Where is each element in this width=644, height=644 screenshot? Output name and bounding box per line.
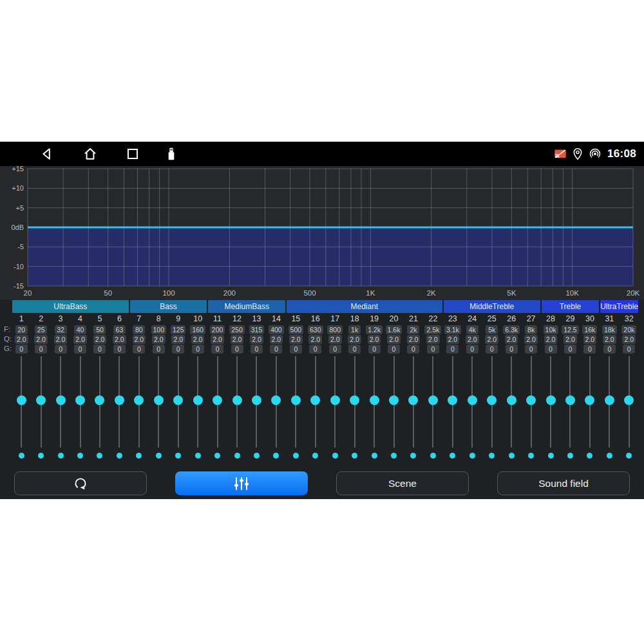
slider-handle[interactable] bbox=[193, 395, 203, 405]
band-5-frequency: 50 bbox=[93, 325, 106, 334]
slider-handle[interactable] bbox=[370, 395, 379, 405]
band-14-slider[interactable] bbox=[267, 356, 286, 448]
hotspot-icon bbox=[588, 147, 602, 161]
slider-handle[interactable] bbox=[565, 395, 575, 405]
band-30-slider[interactable] bbox=[580, 356, 600, 448]
slider-handle[interactable] bbox=[271, 395, 281, 405]
band-26-gain: 0 bbox=[506, 345, 518, 354]
band-7-slider[interactable] bbox=[129, 356, 149, 448]
band-18-slider[interactable] bbox=[345, 356, 364, 448]
slider-handle[interactable] bbox=[624, 395, 634, 405]
band-6-gain: 0 bbox=[113, 345, 126, 354]
reset-button[interactable] bbox=[14, 471, 147, 495]
band-9-dot bbox=[175, 453, 181, 459]
slider-handle[interactable] bbox=[75, 395, 85, 405]
slider-handle[interactable] bbox=[154, 395, 164, 405]
band-8-slider[interactable] bbox=[149, 356, 168, 448]
sound-field-button[interactable]: Sound field bbox=[497, 471, 630, 495]
eq-response-fill bbox=[28, 227, 633, 286]
band-22-slider[interactable] bbox=[423, 356, 442, 448]
band-16-slider[interactable] bbox=[306, 356, 325, 448]
band-number-29: 29 bbox=[560, 313, 580, 325]
recents-icon[interactable] bbox=[124, 146, 141, 162]
slider-handle[interactable] bbox=[232, 395, 242, 405]
band-20-q-factor: 2.0 bbox=[387, 335, 401, 344]
slider-handle[interactable] bbox=[213, 395, 222, 405]
x-tick-500: 500 bbox=[303, 289, 316, 297]
band-32-q-factor: 2.0 bbox=[622, 335, 636, 344]
band-9-slider[interactable] bbox=[169, 356, 188, 448]
band-28-slider[interactable] bbox=[541, 356, 560, 448]
y-tick-0dB: 0dB bbox=[11, 223, 24, 231]
band-10-slider[interactable] bbox=[188, 356, 207, 448]
slider-handle[interactable] bbox=[291, 395, 301, 405]
band-21-dot bbox=[410, 453, 416, 459]
band-19-slider[interactable] bbox=[365, 356, 384, 448]
home-icon[interactable] bbox=[82, 146, 99, 162]
band-25-slider[interactable] bbox=[482, 356, 502, 448]
x-tick-100: 100 bbox=[162, 289, 175, 297]
band-22-gain: 0 bbox=[427, 345, 439, 354]
band-18-gain: 0 bbox=[348, 345, 361, 354]
band-number-31: 31 bbox=[600, 313, 619, 325]
band-17-slider[interactable] bbox=[325, 356, 345, 448]
slider-handle[interactable] bbox=[389, 395, 399, 405]
band-2-slider[interactable] bbox=[31, 356, 50, 448]
slider-handle[interactable] bbox=[36, 395, 46, 405]
y-tick-+5: +5 bbox=[15, 204, 24, 212]
slider-handle[interactable] bbox=[546, 395, 556, 405]
band-8-frequency: 100 bbox=[151, 325, 167, 334]
slider-handle[interactable] bbox=[350, 395, 359, 405]
band-21-slider[interactable] bbox=[404, 356, 423, 448]
band-26-slider[interactable] bbox=[502, 356, 521, 448]
band-29-frequency: 12.5 bbox=[562, 325, 578, 334]
band-24-slider[interactable] bbox=[462, 356, 482, 448]
band-12-slider[interactable] bbox=[227, 356, 247, 448]
slider-handle[interactable] bbox=[605, 395, 614, 405]
slider-handle[interactable] bbox=[507, 395, 516, 405]
band-27-gain: 0 bbox=[525, 345, 537, 354]
band-11-slider[interactable] bbox=[207, 356, 227, 448]
slider-handle[interactable] bbox=[173, 395, 183, 405]
band-1-slider[interactable] bbox=[12, 356, 31, 448]
slider-handle[interactable] bbox=[448, 395, 457, 405]
slider-handle[interactable] bbox=[252, 395, 261, 405]
band-23-slider[interactable] bbox=[443, 356, 462, 448]
slider-handle[interactable] bbox=[134, 395, 144, 405]
band-6-slider[interactable] bbox=[109, 356, 129, 448]
slider-handle[interactable] bbox=[56, 395, 66, 405]
slider-handle[interactable] bbox=[115, 395, 124, 405]
band-13-slider[interactable] bbox=[247, 356, 266, 448]
band-8-dot bbox=[156, 453, 162, 459]
band-10-frequency: 160 bbox=[190, 325, 205, 334]
slider-handle[interactable] bbox=[468, 395, 477, 405]
scene-button[interactable]: Scene bbox=[336, 471, 469, 495]
band-27-slider[interactable] bbox=[521, 356, 540, 448]
band-3-slider[interactable] bbox=[51, 356, 70, 448]
equalizer-button-active[interactable] bbox=[175, 471, 308, 495]
band-4-slider[interactable] bbox=[70, 356, 90, 448]
band-29-slider[interactable] bbox=[560, 356, 580, 448]
slider-handle[interactable] bbox=[487, 395, 497, 405]
slider-handle[interactable] bbox=[408, 395, 418, 405]
slider-handle[interactable] bbox=[310, 395, 320, 405]
band-15-slider[interactable] bbox=[286, 356, 305, 448]
usb-icon[interactable] bbox=[163, 146, 180, 162]
band-2-frequency: 25 bbox=[35, 325, 47, 334]
band-14-q-factor: 2.0 bbox=[270, 335, 283, 344]
slider-handle[interactable] bbox=[428, 395, 438, 405]
band-32-slider[interactable] bbox=[620, 356, 639, 448]
band-5-slider[interactable] bbox=[90, 356, 109, 448]
slider-handle[interactable] bbox=[585, 395, 594, 405]
reset-icon bbox=[72, 475, 89, 492]
band-20-slider[interactable] bbox=[384, 356, 403, 448]
band-31-slider[interactable] bbox=[600, 356, 619, 448]
slider-handle[interactable] bbox=[17, 395, 26, 405]
band-indicator-dots bbox=[12, 451, 639, 460]
band-1-frequency: 20 bbox=[15, 325, 28, 334]
x-tick-50: 50 bbox=[104, 289, 112, 297]
slider-handle[interactable] bbox=[526, 395, 536, 405]
back-icon[interactable] bbox=[39, 146, 55, 162]
slider-handle[interactable] bbox=[330, 395, 340, 405]
slider-handle[interactable] bbox=[95, 395, 104, 405]
